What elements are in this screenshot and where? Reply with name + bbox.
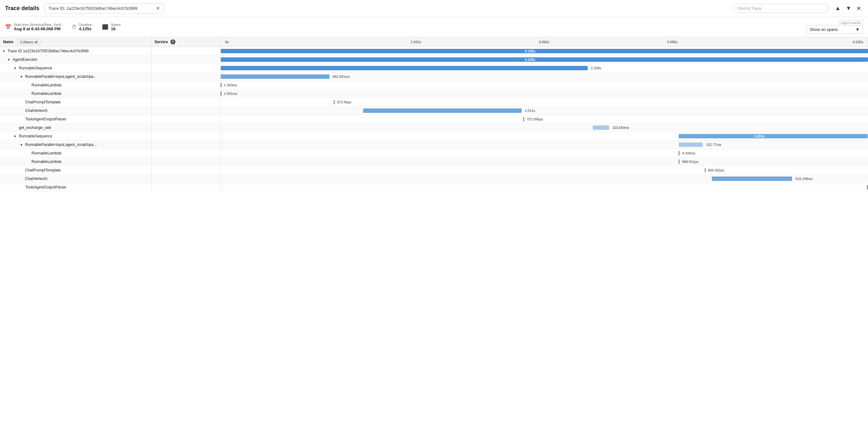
timeline-cell: 4.433ms xyxy=(220,149,868,158)
col-header-timeline: 0s 1.031s 2.062s 3.093s 4.125s xyxy=(220,37,868,47)
span-label: 1.343ms xyxy=(224,83,237,87)
toggle-icon xyxy=(19,185,24,190)
toggle-icon xyxy=(25,91,30,96)
timeline-cell: 4.125s xyxy=(220,55,868,64)
name-cell: ChatVertexAI xyxy=(0,107,151,115)
span-name: RunnableSequence xyxy=(19,66,52,70)
span-name: RunnableLambda xyxy=(31,160,61,164)
logs-events-select[interactable]: Show on spans ▼ xyxy=(806,25,863,34)
span-tick xyxy=(679,160,679,164)
toggle-icon xyxy=(25,159,30,164)
collapse-all-button[interactable]: Collapse all xyxy=(17,39,41,45)
service-help-icon[interactable]: ? xyxy=(170,39,176,45)
span-bar xyxy=(221,49,868,53)
nav-up-button[interactable]: ▲ xyxy=(833,4,842,13)
toggle-icon xyxy=(19,108,24,113)
toggle-icon xyxy=(19,176,24,181)
span-name: RunnableParallel<input,agent_scratchpa… xyxy=(25,142,97,147)
span-label: 4.125s xyxy=(525,58,535,61)
span-label: 533.158ms xyxy=(795,177,812,180)
span-bar xyxy=(221,66,588,70)
span-label: 4.125s xyxy=(525,49,535,53)
start-time-value: Aug 8 at 6:43:08.068 PM xyxy=(14,26,61,31)
table-row: ▼RunnableSequence2.339s xyxy=(0,64,868,73)
span-tick xyxy=(221,91,221,96)
span-bar xyxy=(712,176,792,181)
toggle-icon xyxy=(19,100,24,105)
name-cell: RunnableLambda xyxy=(0,149,151,158)
name-cell: RunnableLambda xyxy=(0,158,151,166)
span-label: 152.77ms xyxy=(706,143,721,147)
table-row: ▼RunnableParallel<input,agent_scratchpa…… xyxy=(0,141,868,149)
toggle-icon[interactable]: ▼ xyxy=(19,74,24,79)
span-name: ChatVertexAI xyxy=(25,108,48,113)
meta-row: 📅 Start time (America/New_York) Aug 8 at… xyxy=(0,17,868,37)
nav-down-button[interactable]: ▼ xyxy=(844,4,853,13)
col-header-name: Name Collapse all xyxy=(0,37,151,47)
table-row: ▼RunnableParallel<input,agent_scratchpa…… xyxy=(0,73,868,81)
toggle-icon[interactable]: ▼ xyxy=(12,65,18,70)
timeline-cell: 533.158ms xyxy=(220,175,868,183)
service-cell xyxy=(151,64,220,73)
start-time-label: Start time (America/New_York) xyxy=(14,23,61,26)
table-row: ChatPromptTemplate872.96μs xyxy=(0,98,868,107)
timeline-cell: 752.896μs xyxy=(220,115,868,123)
timeline-cell: 998.912μs xyxy=(220,158,868,166)
span-name: Trace ID 1a223e16755f19d6ac74bec4c07b399… xyxy=(7,49,89,53)
table-row: RunnableLambda1.343ms xyxy=(0,81,868,89)
start-time-item: 📅 Start time (America/New_York) Aug 8 at… xyxy=(5,23,61,31)
toggle-icon[interactable]: ▼ xyxy=(19,142,24,147)
table-row: ChatPromptTemplate804.352μs xyxy=(0,166,868,175)
name-cell: RunnableLambda xyxy=(0,81,151,89)
service-cell xyxy=(151,175,220,183)
span-name: ChatPromptTemplate xyxy=(25,100,61,104)
name-cell: ToolsAgentOutputParser xyxy=(0,183,151,192)
span-label: 1.591ms xyxy=(224,92,237,95)
find-in-trace-input[interactable]: Find in Trace xyxy=(734,4,828,13)
nav-buttons: ▲ ▼ ✕ xyxy=(833,4,863,13)
timeline-cell: 1.203s xyxy=(220,132,868,141)
close-button[interactable]: ✕ xyxy=(855,4,863,13)
span-name: ToolsAgentOutputParser xyxy=(25,185,66,190)
tick-4: 4.125s xyxy=(736,40,865,44)
span-tick xyxy=(523,117,524,121)
service-cell xyxy=(151,81,220,89)
toggle-icon[interactable]: ▼ xyxy=(1,49,6,54)
table-row: ▼RunnableSequence1.203s xyxy=(0,132,868,141)
service-cell xyxy=(151,73,220,81)
timeline-cell: 1.591ms xyxy=(220,89,868,98)
toggle-icon[interactable]: ▼ xyxy=(12,134,18,139)
trace-id-clear-button[interactable]: ✕ xyxy=(156,5,160,11)
name-cell: ChatVertexAI xyxy=(0,175,151,183)
span-bar xyxy=(221,57,868,62)
span-name: RunnableParallel<input,agent_scratchpa… xyxy=(25,75,97,79)
trace-id-label: Trace ID: 1a223e16755f19d6ac74bec4c07b39… xyxy=(49,6,153,11)
span-tick xyxy=(867,185,868,190)
trace-table-container: Name Collapse all Service ? 0s 1.031s 2.… xyxy=(0,37,868,192)
timeline-cell: 692.931ms xyxy=(220,73,868,81)
toggle-icon[interactable]: ▼ xyxy=(6,57,11,62)
tick-0: 0s xyxy=(224,40,352,44)
service-cell xyxy=(151,89,220,98)
col-header-service: Service ? xyxy=(151,37,220,47)
service-cell xyxy=(151,141,220,149)
table-row: ▼Trace ID 1a223e16755f19d6ac74bec4c07b39… xyxy=(0,47,868,55)
span-name: RunnableLambda xyxy=(31,83,61,87)
span-bar xyxy=(363,108,522,113)
logs-events-box: Logs & events Show on spans ▼ xyxy=(806,20,863,34)
span-name: AgentExecutor xyxy=(12,57,37,62)
name-cell: get_exchange_rate xyxy=(0,123,151,132)
timeline-cell: 2.339s xyxy=(220,64,868,73)
table-row: get_exchange_rate103.569ms xyxy=(0,123,868,132)
spans-value: 16 xyxy=(111,26,121,31)
name-cell: ▼AgentExecutor xyxy=(0,55,151,64)
toggle-icon xyxy=(25,151,30,156)
service-cell xyxy=(151,47,220,55)
timeline-cell: 872.96μs xyxy=(220,98,868,107)
service-cell xyxy=(151,55,220,64)
name-cell: ▼RunnableSequence xyxy=(0,132,151,141)
span-name: RunnableLambda xyxy=(31,91,61,96)
service-cell xyxy=(151,107,220,115)
table-row: RunnableLambda1.591ms xyxy=(0,89,868,98)
name-cell: ChatPromptTemplate xyxy=(0,98,151,107)
